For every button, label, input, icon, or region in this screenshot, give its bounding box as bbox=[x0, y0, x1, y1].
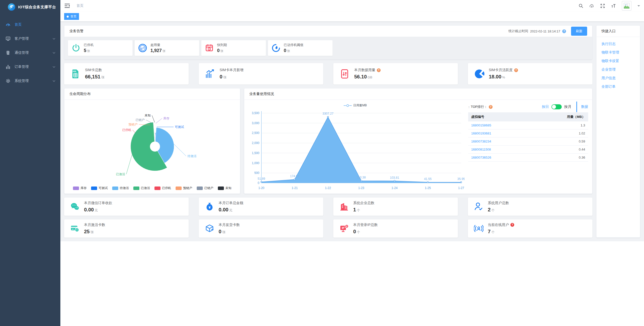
refresh-button[interactable]: 刷新 bbox=[571, 27, 587, 36]
pie-label: 预销户 bbox=[129, 123, 138, 126]
wechat-icon bbox=[70, 202, 80, 211]
stat-label: SIM卡月活跃度? bbox=[489, 68, 518, 72]
question-icon[interactable]: ? bbox=[562, 29, 566, 33]
stat-value: 66,151张 bbox=[85, 74, 104, 80]
logo: IOT综合业务支撑平台 bbox=[0, 0, 60, 14]
col-virtual-id: 虚拟编号 bbox=[468, 112, 530, 121]
question-icon[interactable]: ? bbox=[489, 105, 493, 109]
data-point[interactable] bbox=[427, 181, 428, 183]
search-icon[interactable] bbox=[579, 4, 583, 8]
toggle-daily-label[interactable]: 按日 bbox=[542, 105, 549, 109]
legend-item[interactable]: 预销户 bbox=[176, 186, 192, 190]
alert-value: 0张 bbox=[284, 48, 303, 53]
stat-label: 本月发货卡数 bbox=[219, 223, 240, 227]
breadcrumb[interactable]: 首页 bbox=[76, 4, 84, 8]
table-row[interactable]: 168007365260.36 bbox=[468, 154, 588, 162]
caret-down-icon[interactable] bbox=[637, 5, 640, 8]
data-point[interactable] bbox=[327, 116, 329, 118]
quick-link-card-settings[interactable]: 物联卡设置 bbox=[601, 59, 635, 63]
tab-active-dot bbox=[67, 16, 69, 18]
pie-label-line bbox=[156, 118, 162, 123]
legend-swatch bbox=[133, 187, 139, 190]
tab-home[interactable]: 首页 bbox=[64, 13, 79, 20]
svg-text:3,000: 3,000 bbox=[252, 121, 259, 125]
legend-item[interactable]: 已销户 bbox=[197, 186, 213, 190]
quick-link-card-mgmt[interactable]: 物联卡管理 bbox=[601, 51, 635, 54]
col-usage: 用量（MB） bbox=[530, 112, 588, 121]
legend-label: 待激活 bbox=[120, 186, 129, 190]
sidebar-nav: 首页 客户管理 通信管理 bbox=[0, 14, 60, 88]
x-tick-label: 1-23 bbox=[358, 186, 364, 190]
stat-label: 系统用户总数 bbox=[488, 201, 509, 205]
legend-item[interactable]: 已激活 bbox=[133, 186, 150, 190]
sidebar-item-system[interactable]: 系统管理 bbox=[0, 74, 60, 88]
data-label: 103.81 bbox=[390, 176, 399, 179]
data-tab[interactable]: 数据 bbox=[576, 102, 588, 112]
sidebar-item-communication[interactable]: 通信管理 bbox=[0, 46, 60, 60]
question-icon[interactable]: ? bbox=[514, 68, 518, 72]
quick-link-enterprise[interactable]: 企业管理 bbox=[601, 68, 635, 71]
table-row[interactable]: 168007382340.59 bbox=[468, 137, 588, 146]
stat-value: 2个 bbox=[488, 207, 509, 213]
quick-link-user-info[interactable]: 用户信息 bbox=[601, 76, 635, 80]
svg-text:SIM: SIM bbox=[72, 70, 76, 72]
fullscreen-icon[interactable] bbox=[600, 4, 605, 8]
sidebar-item-home[interactable]: 首页 bbox=[0, 18, 60, 32]
sidebar-item-orders[interactable]: 订单管理 bbox=[0, 60, 60, 74]
donut-hole bbox=[150, 142, 160, 152]
legend-item[interactable]: 库存 bbox=[73, 186, 87, 190]
stat-value: 1个 bbox=[353, 207, 374, 213]
legend-swatch bbox=[176, 187, 182, 190]
app-title: IOT综合业务支撑平台 bbox=[18, 5, 56, 10]
data-point[interactable] bbox=[261, 181, 262, 182]
lifecycle-pie-chart: 库存可测试待激活已激活已停机预销户已销户未知 库存可测试待激活已激活已停机预销户… bbox=[64, 100, 240, 194]
quick-link-all-orders[interactable]: 全部订单 bbox=[601, 85, 635, 88]
legend-item[interactable]: 待激活 bbox=[112, 186, 129, 190]
legend-item[interactable]: 已停机 bbox=[154, 186, 171, 190]
pie-svg: 库存可测试待激活已激活已停机预销户已销户未知 bbox=[69, 102, 235, 185]
stat-time-label: 统计截止时间 bbox=[508, 29, 528, 33]
table-row[interactable]: 168001586851.3 bbox=[468, 121, 588, 129]
data-point[interactable] bbox=[360, 180, 362, 181]
quick-link-exec-log[interactable]: 执行日志 bbox=[601, 42, 635, 45]
legend-item[interactable]: 可测试 bbox=[91, 186, 108, 190]
stat-card-activity: SIM卡月活跃度? 18.00% bbox=[468, 63, 592, 84]
collapse-sidebar-icon[interactable] bbox=[64, 4, 70, 8]
dashboard-icon bbox=[6, 22, 11, 27]
data-point[interactable] bbox=[394, 180, 395, 181]
user-check-icon bbox=[474, 202, 484, 211]
table-row[interactable]: 168008115080.44 bbox=[468, 146, 588, 154]
legend-label: 可测试 bbox=[99, 186, 108, 190]
money-bag-icon: ¥ bbox=[205, 202, 214, 211]
sidebar-item-customer[interactable]: 客户管理 bbox=[0, 32, 60, 46]
svg-text:2,500: 2,500 bbox=[252, 131, 259, 135]
x-tick-label: 1-20 bbox=[258, 186, 264, 190]
pie-label-line bbox=[126, 155, 132, 174]
usage-area-chart: 日用量MB 05001,0001,5002,0002,5003,0003,500… bbox=[246, 101, 467, 194]
data-point[interactable] bbox=[294, 179, 295, 180]
bar-chart-icon bbox=[6, 64, 11, 69]
legend-label: 未知 bbox=[225, 186, 231, 190]
usage-panel: 业务量使用情况 日用量MB bbox=[244, 88, 592, 194]
data-point[interactable] bbox=[460, 182, 462, 183]
top-rank-title: TOP排行： bbox=[471, 105, 488, 109]
chevron-down-icon bbox=[53, 66, 55, 68]
stat-label: 本月微信订单收款 bbox=[84, 201, 112, 205]
stat-card-enterprise-total: 系统企业总数 1个 bbox=[333, 198, 458, 216]
alert-card-threshold: 已达停机阈值 0张 bbox=[268, 40, 333, 56]
stat-value: 0.00元 bbox=[219, 207, 243, 213]
avatar[interactable] bbox=[622, 1, 631, 11]
day-month-toggle[interactable] bbox=[551, 104, 562, 109]
cloud-download-icon[interactable] bbox=[589, 4, 594, 8]
legend-swatch bbox=[112, 187, 118, 190]
sidebar: IOT综合业务支撑平台 首页 客户管理 bbox=[0, 0, 60, 326]
table-row[interactable]: 168001936811.02 bbox=[468, 129, 588, 137]
question-icon[interactable]: ? bbox=[377, 68, 381, 72]
data-label: 3307.27 bbox=[323, 112, 334, 115]
font-size-icon[interactable] bbox=[611, 4, 616, 8]
question-icon[interactable]: ? bbox=[510, 223, 514, 227]
legend-item[interactable]: 未知 bbox=[218, 186, 231, 190]
toggle-monthly-label[interactable]: 按月 bbox=[564, 105, 571, 109]
legend-label: 预销户 bbox=[183, 186, 192, 190]
ip-monitor-icon: IP bbox=[339, 224, 349, 233]
